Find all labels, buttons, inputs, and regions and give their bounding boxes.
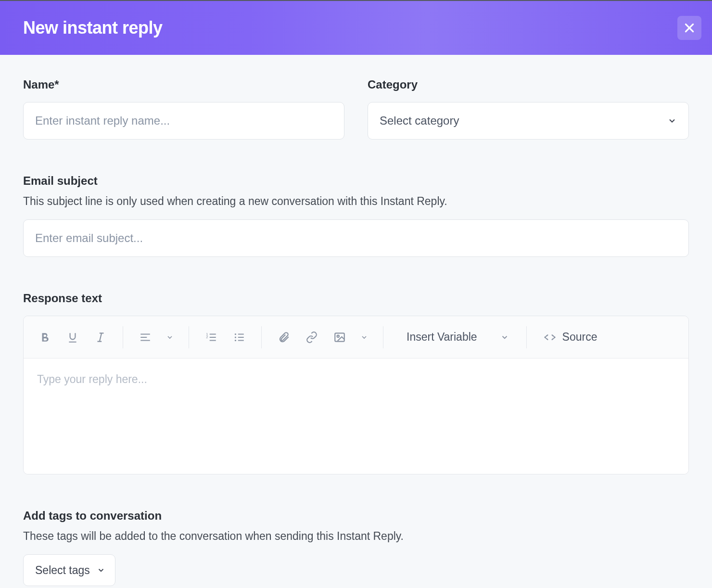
insert-variable-dropdown[interactable]: Insert Variable (395, 325, 515, 349)
align-button[interactable] (135, 327, 156, 348)
link-button[interactable] (301, 327, 322, 348)
modal: New instant reply Name* Category Select … (0, 0, 712, 588)
paperclip-icon (278, 331, 290, 344)
email-subject-section: Email subject This subject line is only … (23, 174, 689, 257)
align-left-icon (139, 331, 152, 344)
attachment-button[interactable] (273, 327, 294, 348)
tags-select[interactable]: Select tags (23, 554, 115, 586)
chevron-down-icon (97, 566, 105, 575)
tags-label: Add tags to conversation (23, 509, 689, 523)
tags-section: Add tags to conversation These tags will… (23, 509, 689, 586)
editor-placeholder: Type your reply here... (37, 373, 147, 385)
toolbar-separator (526, 326, 527, 348)
rich-text-editor: 12 (23, 316, 689, 474)
tags-help: These tags will be added to the conversa… (23, 528, 689, 544)
source-button[interactable]: Source (538, 325, 602, 349)
toolbar-separator (189, 326, 189, 348)
tags-select-value: Select tags (35, 564, 90, 577)
category-label: Category (368, 78, 689, 91)
editor-toolbar: 12 (24, 316, 688, 358)
modal-body: Name* Category Select category Email sub… (0, 55, 712, 588)
close-button[interactable] (677, 16, 701, 40)
align-dropdown[interactable] (163, 327, 177, 348)
svg-text:2: 2 (206, 335, 208, 339)
response-text-label: Response text (23, 292, 689, 305)
category-select[interactable]: Select category (368, 102, 689, 140)
link-icon (305, 331, 318, 344)
image-dropdown[interactable] (357, 327, 371, 348)
response-text-section: Response text (23, 292, 689, 474)
email-subject-input[interactable] (23, 219, 689, 257)
name-label: Name* (23, 78, 344, 91)
name-field: Name* (23, 78, 344, 140)
svg-point-3 (235, 336, 236, 338)
image-icon (333, 331, 346, 344)
editor-textarea[interactable]: Type your reply here... (24, 358, 688, 474)
unordered-list-button[interactable] (229, 327, 250, 348)
svg-point-4 (235, 340, 236, 341)
toolbar-separator (383, 326, 383, 348)
bold-button[interactable] (34, 327, 55, 348)
name-input[interactable] (23, 102, 344, 140)
italic-button[interactable] (90, 327, 111, 348)
email-subject-help: This subject line is only used when crea… (23, 193, 689, 209)
modal-title: New instant reply (23, 18, 163, 38)
chevron-down-icon (360, 333, 368, 341)
ordered-list-button[interactable]: 12 (201, 327, 222, 348)
svg-point-6 (337, 335, 339, 337)
italic-icon (94, 331, 107, 344)
name-category-row: Name* Category Select category (23, 78, 689, 140)
image-button[interactable] (329, 327, 350, 348)
source-icon (543, 331, 557, 344)
underline-button[interactable] (62, 327, 83, 348)
source-label: Source (562, 331, 598, 344)
email-subject-label: Email subject (23, 174, 689, 188)
ordered-list-icon: 12 (205, 331, 217, 344)
category-field: Category Select category (368, 78, 689, 140)
chevron-down-icon (166, 333, 174, 341)
chevron-down-icon (667, 116, 677, 126)
toolbar-separator (261, 326, 262, 348)
modal-header: New instant reply (0, 1, 712, 55)
unordered-list-icon (233, 331, 245, 344)
underline-icon (66, 331, 79, 344)
category-select-value: Select category (380, 114, 459, 128)
chevron-down-icon (500, 333, 509, 342)
toolbar-separator (123, 326, 123, 348)
svg-point-2 (235, 333, 236, 335)
insert-variable-label: Insert Variable (407, 331, 477, 344)
close-icon (683, 22, 696, 34)
bold-icon (38, 331, 51, 344)
